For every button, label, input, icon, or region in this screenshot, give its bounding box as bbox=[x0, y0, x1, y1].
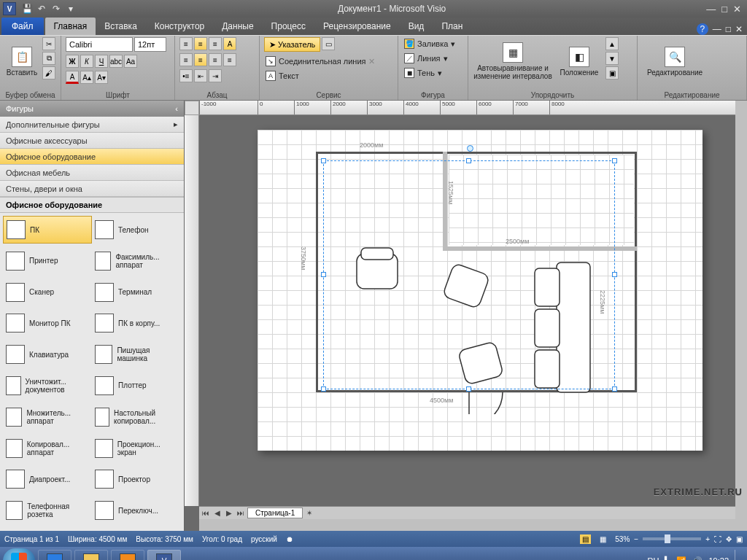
drawing-viewport[interactable]: 2000мм 1525мм 2500мм 2225мм 3750мм 4500м… bbox=[199, 115, 735, 506]
font-grow-button[interactable]: Aa bbox=[124, 55, 137, 68]
tab-last-button[interactable]: ⏭ bbox=[236, 509, 246, 517]
align-center-button[interactable]: ≡ bbox=[194, 53, 207, 66]
shape-keyboard[interactable]: Клавиатура bbox=[3, 341, 92, 368]
tray-network-icon[interactable]: 📶 bbox=[676, 556, 686, 561]
horizontal-scrollbar[interactable] bbox=[199, 519, 735, 531]
bring-front-button[interactable]: ▲ bbox=[605, 37, 619, 50]
shape-plotter[interactable]: Плоттер bbox=[92, 372, 181, 400]
zoom-thumb[interactable] bbox=[665, 534, 670, 543]
align-left-button[interactable]: ≡ bbox=[179, 53, 193, 66]
close-button[interactable]: ✕ bbox=[733, 4, 741, 15]
shape-monitor[interactable]: Монитор ПК bbox=[3, 309, 92, 337]
taskbar-media[interactable] bbox=[111, 550, 144, 560]
tab-view[interactable]: Вид bbox=[400, 18, 433, 35]
rect-tool-button[interactable]: ▭ bbox=[322, 37, 335, 50]
shapes-collapse-icon[interactable]: ‹ bbox=[175, 104, 178, 113]
copy-button[interactable]: ⧉ bbox=[42, 52, 55, 65]
undo-icon[interactable]: ↶ bbox=[35, 2, 48, 15]
shape-scanner[interactable]: Сканер bbox=[3, 279, 92, 306]
tab-process[interactable]: Процесс bbox=[263, 18, 314, 35]
ribbon-close-button[interactable]: ✕ bbox=[735, 24, 743, 34]
drawing-page[interactable]: 2000мм 1525мм 2500мм 2225мм 3750мм 4500м… bbox=[258, 130, 703, 451]
shape-printer[interactable]: Принтер bbox=[3, 247, 92, 275]
font-decrease-button[interactable]: A▾ bbox=[95, 71, 108, 84]
connector-tool-button[interactable]: ↘Соединительная линия ✕ bbox=[264, 55, 376, 68]
qat-more-icon[interactable]: ▾ bbox=[64, 2, 77, 15]
handle-ne[interactable] bbox=[612, 158, 617, 163]
italic-button[interactable]: К bbox=[80, 55, 93, 68]
switch-window-button[interactable]: ▣ bbox=[736, 535, 743, 543]
font-name-combo[interactable]: Calibri bbox=[66, 37, 133, 52]
start-button[interactable] bbox=[3, 548, 35, 560]
align-bottom-button[interactable]: ≡ bbox=[209, 37, 222, 50]
maximize-button[interactable]: □ bbox=[721, 4, 727, 15]
indent-dec-button[interactable]: ⇤ bbox=[194, 69, 207, 82]
ribbon-restore-button[interactable]: □ bbox=[726, 24, 731, 34]
fill-button[interactable]: 🪣Заливка ▾ bbox=[403, 37, 457, 50]
redo-icon[interactable]: ↷ bbox=[50, 2, 63, 15]
tab-file[interactable]: Файл bbox=[1, 18, 44, 35]
handle-nw[interactable] bbox=[321, 158, 326, 163]
tab-new-button[interactable]: ✶ bbox=[304, 509, 314, 517]
bullets-button[interactable]: •≡ bbox=[179, 69, 193, 82]
shape-terminal[interactable]: Терминал bbox=[92, 279, 181, 306]
text-direction-button[interactable]: A bbox=[223, 37, 236, 50]
zoom-slider[interactable] bbox=[643, 537, 701, 540]
save-icon[interactable]: 💾 bbox=[20, 2, 34, 15]
format-painter-button[interactable]: 🖌 bbox=[42, 66, 55, 79]
font-size-combo[interactable]: 12пт bbox=[134, 37, 166, 52]
vertical-scrollbar[interactable] bbox=[735, 101, 747, 531]
tab-plan[interactable]: План bbox=[433, 18, 471, 35]
align-middle-button[interactable]: ≡ bbox=[194, 37, 207, 50]
cut-button[interactable]: ✂ bbox=[42, 37, 55, 50]
handle-se[interactable] bbox=[612, 386, 617, 392]
tab-home[interactable]: Главная bbox=[45, 18, 96, 35]
font-increase-button[interactable]: A▴ bbox=[80, 71, 93, 84]
view-full-button[interactable]: ▦ bbox=[600, 535, 606, 543]
fit-page-button[interactable]: ⛶ bbox=[714, 535, 721, 543]
pan-button[interactable]: ✥ bbox=[726, 535, 732, 543]
position-button[interactable]: ◧ Положение bbox=[556, 37, 603, 85]
shape-switch[interactable]: Переключ... bbox=[92, 497, 181, 524]
tray-flag-icon[interactable]: ▍ bbox=[665, 556, 670, 561]
shape-deskcopier[interactable]: Настольный копировал... bbox=[92, 403, 181, 431]
shapes-cat-more[interactable]: Дополнительные фигуры▸ bbox=[0, 117, 184, 133]
shape-pc[interactable]: ПК bbox=[3, 216, 92, 244]
font-color-button[interactable]: A bbox=[66, 71, 79, 84]
minimize-button[interactable]: — bbox=[706, 4, 716, 15]
shapes-cat-equipment[interactable]: Офисное оборудование bbox=[0, 149, 184, 165]
handle-w[interactable] bbox=[321, 272, 326, 277]
handle-sw[interactable] bbox=[321, 386, 326, 392]
align-top-button[interactable]: ≡ bbox=[179, 37, 193, 50]
shapes-cat-walls[interactable]: Стены, двери и окна bbox=[0, 181, 184, 197]
handle-s[interactable] bbox=[466, 386, 471, 392]
underline-button[interactable]: Ч bbox=[95, 55, 108, 68]
rotate-handle[interactable] bbox=[467, 145, 473, 152]
shadow-button[interactable]: ◼Тень ▾ bbox=[403, 66, 457, 79]
group-button[interactable]: ▣ bbox=[605, 66, 619, 79]
line-button[interactable]: ／Линия ▾ bbox=[403, 52, 457, 65]
tab-next-button[interactable]: ▶ bbox=[224, 509, 234, 517]
auto-align-button[interactable]: ▦ Автовыравнивание и изменение интервало… bbox=[473, 37, 553, 85]
handle-e[interactable] bbox=[612, 272, 617, 277]
shape-fax[interactable]: Факсимиль... аппарат bbox=[92, 247, 181, 275]
selection-box[interactable] bbox=[323, 160, 615, 389]
shape-typewriter[interactable]: Пишущая машинка bbox=[92, 341, 181, 368]
shapes-cat-accessories[interactable]: Офисные аксессуары bbox=[0, 133, 184, 149]
shape-shredder[interactable]: Уничтожит... документов bbox=[3, 372, 92, 400]
tab-design[interactable]: Конструктор bbox=[146, 18, 213, 35]
align-justify-button[interactable]: ≡ bbox=[223, 53, 236, 66]
shape-phone[interactable]: Телефон bbox=[92, 216, 181, 244]
shape-copier[interactable]: Множитель... аппарат bbox=[3, 403, 92, 431]
align-right-button[interactable]: ≡ bbox=[209, 53, 222, 66]
help-icon[interactable]: ? bbox=[697, 23, 708, 35]
bold-button[interactable]: Ж bbox=[66, 55, 79, 68]
strike-button[interactable]: abc bbox=[109, 55, 123, 68]
shapes-cat-furniture[interactable]: Офисная мебель bbox=[0, 165, 184, 181]
shape-tower[interactable]: ПК в корпу... bbox=[92, 309, 181, 337]
paste-button[interactable]: 📋 Вставить bbox=[4, 37, 39, 85]
macro-record-icon[interactable]: ⏺ bbox=[286, 535, 293, 543]
page-tab-1[interactable]: Страница-1 bbox=[247, 508, 303, 518]
ribbon-minimize-button[interactable]: — bbox=[713, 24, 721, 34]
tab-insert[interactable]: Вставка bbox=[96, 18, 146, 35]
